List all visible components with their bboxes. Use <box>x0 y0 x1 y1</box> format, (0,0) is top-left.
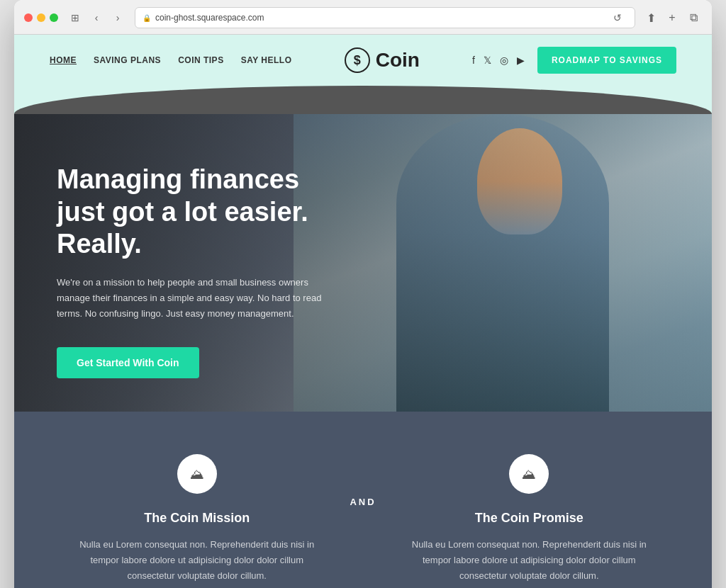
website-content: HOME SAVING PLANS COIN TIPS SAY HELLO $ … <box>14 35 712 588</box>
lower-grid: ⛰ The Coin Mission Nulla eu Lorem conseq… <box>44 454 682 584</box>
header-right: f 𝕏 ◎ ▶ ROADMAP TO SAVINGS <box>472 47 676 74</box>
share-button[interactable]: ⬆ <box>642 9 659 26</box>
reload-button[interactable]: ↺ <box>608 11 627 25</box>
hero-subtitle: We're on a mission to help people and sm… <box>57 275 326 322</box>
minimize-traffic-light[interactable] <box>37 13 45 22</box>
facebook-icon[interactable]: f <box>472 55 475 66</box>
roadmap-button[interactable]: ROADMAP TO SAVINGS <box>537 47 676 74</box>
url-text: coin-ghost.squarespace.com <box>155 13 264 23</box>
main-nav: HOME SAVING PLANS COIN TIPS SAY HELLO <box>50 55 292 65</box>
address-bar[interactable]: 🔒 coin-ghost.squarespace.com ↺ <box>135 7 635 28</box>
mission-icon-container: ⛰ <box>177 454 217 494</box>
nav-coin-tips[interactable]: COIN TIPS <box>178 55 224 65</box>
back-button[interactable]: ‹ <box>86 11 106 25</box>
maximize-traffic-light[interactable] <box>50 13 58 22</box>
mountain-icon-promise: ⛰ <box>522 466 536 482</box>
and-divider: AND <box>350 454 376 507</box>
site-header: HOME SAVING PLANS COIN TIPS SAY HELLO $ … <box>14 35 712 86</box>
promise-icon-container: ⛰ <box>509 454 549 494</box>
social-icons: f 𝕏 ◎ ▶ <box>472 55 525 66</box>
tabs-button[interactable]: ⧉ <box>685 9 702 26</box>
hero-cta-button[interactable]: Get Started With Coin <box>57 347 199 378</box>
traffic-lights <box>24 13 58 22</box>
hero-title: Managing finances just got a lot easier.… <box>57 164 340 261</box>
close-traffic-light[interactable] <box>24 13 33 22</box>
hero-content: Managing finances just got a lot easier.… <box>14 114 383 412</box>
instagram-icon[interactable]: ◎ <box>500 55 508 66</box>
nav-say-hello[interactable]: SAY HELLO <box>241 55 292 65</box>
hero-section: Managing finances just got a lot easier.… <box>14 114 712 412</box>
browser-window: ⊞ ‹ › 🔒 coin-ghost.squarespace.com ↺ ⬆ +… <box>14 0 712 588</box>
browser-nav-buttons: ⊞ ‹ › <box>65 11 128 25</box>
sidebar-toggle-button[interactable]: ⊞ <box>65 11 85 25</box>
promise-text: Nulla eu Lorem consequat non. Reprehende… <box>405 537 654 584</box>
forward-button[interactable]: › <box>108 11 128 25</box>
nav-home[interactable]: HOME <box>50 55 77 65</box>
lock-icon: 🔒 <box>143 14 151 22</box>
logo-text: Coin <box>376 49 420 72</box>
new-tab-button[interactable]: + <box>664 9 681 26</box>
header-wave <box>14 86 712 114</box>
logo-icon: $ <box>345 47 370 73</box>
lower-section: ⛰ The Coin Mission Nulla eu Lorem conseq… <box>14 412 712 588</box>
browser-actions: ⬆ + ⧉ <box>642 9 702 26</box>
youtube-icon[interactable]: ▶ <box>517 55 525 66</box>
mountain-icon-mission: ⛰ <box>190 466 204 482</box>
browser-chrome: ⊞ ‹ › 🔒 coin-ghost.squarespace.com ↺ ⬆ +… <box>14 0 712 35</box>
mission-card: ⛰ The Coin Mission Nulla eu Lorem conseq… <box>44 454 350 584</box>
site-logo: $ Coin <box>345 47 420 73</box>
and-label: AND <box>350 497 376 507</box>
promise-title: The Coin Promise <box>405 511 654 526</box>
twitter-icon[interactable]: 𝕏 <box>484 55 491 66</box>
mission-text: Nulla eu Lorem consequat non. Reprehende… <box>72 537 321 584</box>
mission-title: The Coin Mission <box>72 511 321 526</box>
promise-card: ⛰ The Coin Promise Nulla eu Lorem conseq… <box>376 454 682 584</box>
nav-saving-plans[interactable]: SAVING PLANS <box>94 55 161 65</box>
